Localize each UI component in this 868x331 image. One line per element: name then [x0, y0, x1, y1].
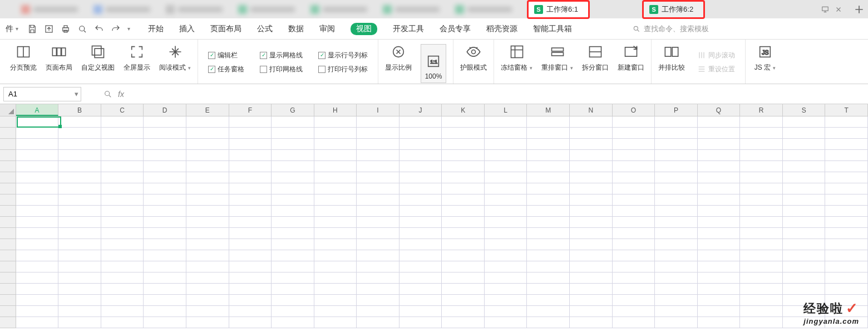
cell[interactable]: [740, 194, 783, 206]
tab-page-layout[interactable]: 页面布局: [210, 24, 241, 34]
cell[interactable]: [229, 139, 272, 150]
row-header[interactable]: [0, 306, 16, 317]
row-header[interactable]: [0, 284, 16, 295]
cell[interactable]: [357, 206, 400, 217]
cell[interactable]: [16, 206, 59, 217]
cell[interactable]: [613, 183, 655, 194]
cell[interactable]: [485, 139, 527, 150]
cell[interactable]: [58, 206, 101, 217]
cell[interactable]: [527, 161, 570, 172]
cell[interactable]: [186, 261, 229, 272]
show-headings-checkbox[interactable]: 显示行号列标: [318, 51, 368, 60]
cell[interactable]: [613, 128, 655, 139]
cell[interactable]: [527, 206, 570, 217]
cell[interactable]: [58, 161, 101, 172]
cell[interactable]: [783, 116, 826, 128]
tab-dev[interactable]: 开发工具: [393, 24, 424, 34]
cell[interactable]: [314, 161, 357, 172]
cell[interactable]: [570, 183, 613, 194]
cell[interactable]: [527, 261, 570, 272]
cell[interactable]: [400, 284, 442, 295]
cell[interactable]: [698, 139, 741, 150]
cell[interactable]: [16, 261, 59, 272]
cell[interactable]: [698, 150, 741, 161]
cell[interactable]: [740, 239, 783, 250]
row-header[interactable]: [0, 183, 16, 194]
cell[interactable]: [825, 239, 868, 250]
cell[interactable]: [16, 272, 59, 284]
cell[interactable]: [357, 139, 400, 150]
cell[interactable]: [16, 172, 59, 183]
cell[interactable]: [655, 183, 698, 194]
cell[interactable]: [698, 250, 741, 261]
cell[interactable]: [442, 116, 485, 128]
cell[interactable]: [400, 139, 442, 150]
cell[interactable]: [400, 116, 442, 128]
cell[interactable]: [101, 284, 144, 295]
cell[interactable]: [357, 306, 400, 317]
cell[interactable]: [229, 116, 272, 128]
cell[interactable]: [314, 183, 357, 194]
presentation-icon[interactable]: [821, 6, 829, 13]
cell[interactable]: [655, 239, 698, 250]
cell[interactable]: [740, 284, 783, 295]
cell[interactable]: [655, 284, 698, 295]
cell[interactable]: [527, 128, 570, 139]
row-header[interactable]: [0, 261, 16, 272]
cell[interactable]: [357, 217, 400, 228]
cell[interactable]: [186, 250, 229, 261]
row-header[interactable]: [0, 150, 16, 161]
freeze-panes-button[interactable]: 冻结窗格: [501, 44, 532, 72]
col-header[interactable]: Q: [698, 104, 741, 116]
row-header[interactable]: [0, 217, 16, 228]
cell[interactable]: [570, 306, 613, 317]
cell[interactable]: [144, 161, 186, 172]
cell[interactable]: [655, 250, 698, 261]
cell[interactable]: [400, 217, 442, 228]
cell[interactable]: [101, 317, 144, 328]
name-box[interactable]: A1 ▾: [3, 87, 81, 101]
cell[interactable]: [101, 306, 144, 317]
formula-input[interactable]: [129, 87, 868, 101]
cell[interactable]: [825, 284, 868, 295]
cell[interactable]: [357, 150, 400, 161]
tab-insert[interactable]: 插入: [179, 24, 195, 34]
cell[interactable]: [58, 261, 101, 272]
cell[interactable]: [357, 272, 400, 284]
cell[interactable]: [101, 116, 144, 128]
cell[interactable]: [783, 128, 826, 139]
cell[interactable]: [740, 161, 783, 172]
col-header[interactable]: I: [357, 104, 400, 116]
cell[interactable]: [357, 128, 400, 139]
cell[interactable]: [825, 206, 868, 217]
cell[interactable]: [783, 172, 826, 183]
cell[interactable]: [485, 317, 527, 328]
cell[interactable]: [655, 194, 698, 206]
cell[interactable]: [655, 295, 698, 306]
cell[interactable]: [101, 161, 144, 172]
cell[interactable]: [825, 161, 868, 172]
cell[interactable]: [613, 317, 655, 328]
cell[interactable]: [485, 284, 527, 295]
cell[interactable]: [101, 272, 144, 284]
cell[interactable]: [570, 317, 613, 328]
cell[interactable]: [442, 228, 485, 239]
new-window-button[interactable]: 新建窗口: [618, 44, 644, 72]
cell[interactable]: [485, 172, 527, 183]
cell[interactable]: [655, 161, 698, 172]
cell[interactable]: [400, 317, 442, 328]
cell[interactable]: [527, 150, 570, 161]
cell[interactable]: [229, 128, 272, 139]
cell[interactable]: [314, 306, 357, 317]
cell[interactable]: [613, 295, 655, 306]
cell[interactable]: [186, 194, 229, 206]
cell[interactable]: [442, 150, 485, 161]
cell[interactable]: [698, 317, 741, 328]
cell[interactable]: [101, 250, 144, 261]
cell[interactable]: [58, 272, 101, 284]
cell[interactable]: [698, 239, 741, 250]
cell[interactable]: [16, 250, 59, 261]
cell[interactable]: [272, 183, 314, 194]
cell[interactable]: [485, 228, 527, 239]
cell[interactable]: [485, 128, 527, 139]
